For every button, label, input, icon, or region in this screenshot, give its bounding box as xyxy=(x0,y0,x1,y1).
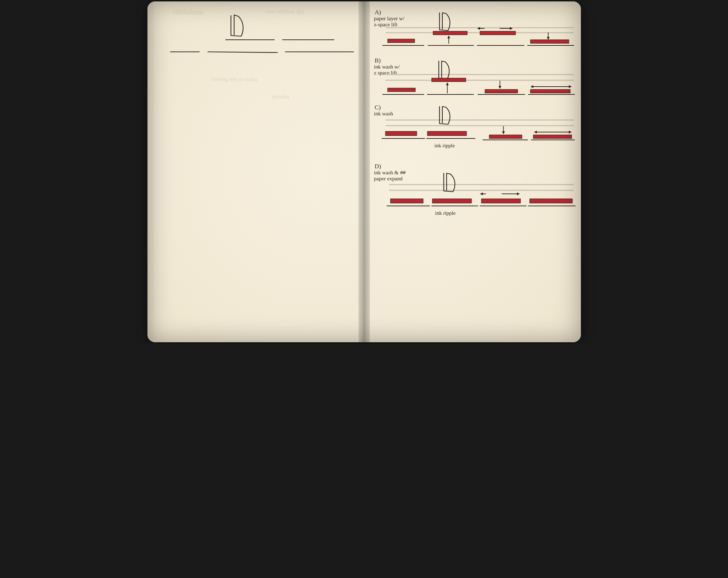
ghost-text: where to put gesture xyxy=(211,76,257,83)
svg-rect-34 xyxy=(385,131,417,136)
svg-rect-47 xyxy=(432,199,471,203)
left-page: scrollability tab architecture where to … xyxy=(147,1,364,342)
svg-rect-10 xyxy=(530,40,569,43)
svg-rect-48 xyxy=(481,199,521,203)
svg-rect-35 xyxy=(427,131,467,136)
svg-rect-23 xyxy=(485,89,518,93)
left-sketch xyxy=(155,12,361,72)
page-stack-edge xyxy=(147,1,154,342)
section-c-caption: ink ripple xyxy=(435,143,455,149)
svg-rect-22 xyxy=(432,78,466,82)
notebook-spine xyxy=(358,1,370,342)
section-d-letter: D) xyxy=(375,163,381,170)
section-d-sketch xyxy=(371,172,577,218)
section-c-sketch xyxy=(371,105,577,151)
ghost-text: tabletop xyxy=(271,94,289,100)
svg-rect-37 xyxy=(533,135,572,138)
section-b-sketch xyxy=(371,59,577,102)
notebook-spread: scrollability tab architecture where to … xyxy=(147,1,581,342)
svg-rect-49 xyxy=(530,199,572,203)
svg-rect-9 xyxy=(480,31,516,35)
section-a-sketch xyxy=(371,11,577,53)
section-d-caption: ink ripple xyxy=(435,210,456,216)
svg-rect-24 xyxy=(530,89,570,93)
svg-rect-36 xyxy=(489,135,522,138)
svg-rect-46 xyxy=(390,199,423,203)
svg-line-3 xyxy=(208,52,277,53)
svg-rect-8 xyxy=(433,31,467,35)
svg-rect-7 xyxy=(388,39,415,43)
right-page: A) paper layer w/ z-space lift xyxy=(364,1,581,342)
svg-rect-21 xyxy=(388,88,415,92)
